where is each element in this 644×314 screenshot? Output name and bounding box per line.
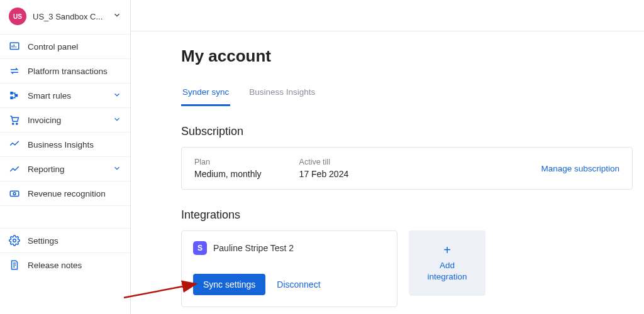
- sidebar: US US_3 Sandbox C... Control panel Platf…: [0, 0, 131, 314]
- sidebar-item-control-panel[interactable]: Control panel: [0, 34, 130, 58]
- tab-business-insights[interactable]: Business Insights: [248, 84, 316, 106]
- sidebar-item-label: Release notes: [28, 261, 121, 270]
- svg-point-4: [13, 123, 14, 124]
- page-title: My account: [181, 46, 633, 66]
- sidebar-item-label: Invoicing: [28, 116, 105, 125]
- main-area: My account Synder sync Business Insights…: [131, 0, 644, 314]
- svg-rect-1: [10, 92, 13, 95]
- subscription-card: Plan Medium, monthly Active till 17 Feb …: [181, 147, 633, 190]
- disconnect-link[interactable]: Disconnect: [277, 279, 320, 290]
- cart-icon: [9, 114, 20, 126]
- integrations-row: S Pauline Stripe Test 2 Sync settings Di…: [181, 230, 633, 307]
- section-title-subscription: Subscription: [181, 125, 633, 138]
- chevron-down-icon: [113, 164, 121, 175]
- svg-point-8: [13, 239, 16, 242]
- add-integration-button[interactable]: + Add integration: [409, 230, 486, 296]
- plan-value: Medium, monthly: [194, 169, 262, 179]
- sidebar-item-label: Revenue recognition: [28, 189, 121, 198]
- dashboard-icon: [9, 41, 20, 52]
- gear-icon: [9, 235, 20, 246]
- add-integration-label-1: Add: [440, 260, 455, 271]
- svg-rect-6: [10, 191, 19, 196]
- sidebar-item-label: Reporting: [28, 165, 105, 174]
- sidebar-item-label: Platform transactions: [28, 67, 121, 76]
- sidebar-item-business-insights[interactable]: Business Insights: [0, 132, 130, 156]
- integration-header: S Pauline Stripe Test 2: [193, 241, 386, 255]
- chevron-down-icon: [113, 11, 121, 22]
- money-icon: [9, 188, 20, 199]
- chart-line-icon: [9, 163, 20, 175]
- header-strip: [131, 0, 644, 31]
- sidebar-item-reporting[interactable]: Reporting: [0, 156, 130, 181]
- notes-icon: [9, 259, 20, 271]
- insights-icon: [9, 139, 20, 150]
- active-till-value: 17 Feb 2024: [299, 169, 349, 179]
- manage-subscription-link[interactable]: Manage subscription: [541, 164, 619, 173]
- transfer-icon: [9, 65, 20, 77]
- sidebar-item-label: Smart rules: [28, 91, 105, 100]
- chevron-down-icon: [113, 90, 121, 101]
- active-till-label: Active till: [299, 158, 349, 166]
- stripe-icon: S: [193, 241, 207, 255]
- org-name: US_3 Sandbox C...: [33, 12, 106, 21]
- sidebar-item-settings[interactable]: Settings: [0, 228, 130, 252]
- chevron-down-icon: [113, 115, 121, 126]
- rules-icon: [9, 90, 20, 101]
- sidebar-item-release-notes[interactable]: Release notes: [0, 252, 130, 277]
- tab-synder-sync[interactable]: Synder sync: [181, 84, 230, 106]
- add-integration-label-2: integration: [427, 271, 467, 283]
- section-title-integrations: Integrations: [181, 208, 633, 222]
- sidebar-item-label: Business Insights: [28, 140, 121, 149]
- plan-field: Plan Medium, monthly: [194, 158, 262, 179]
- active-till-field: Active till 17 Feb 2024: [299, 158, 349, 179]
- sidebar-item-invoicing[interactable]: Invoicing: [0, 107, 130, 132]
- sidebar-item-revenue-recognition[interactable]: Revenue recognition: [0, 181, 130, 205]
- sidebar-spacer: [0, 205, 130, 228]
- tabs: Synder sync Business Insights: [181, 84, 633, 106]
- sync-settings-button[interactable]: Sync settings: [193, 274, 265, 295]
- sidebar-item-platform-transactions[interactable]: Platform transactions: [0, 58, 130, 83]
- sidebar-item-smart-rules[interactable]: Smart rules: [0, 83, 130, 107]
- svg-point-5: [16, 123, 18, 124]
- integration-actions: Sync settings Disconnect: [193, 274, 386, 295]
- integration-card: S Pauline Stripe Test 2 Sync settings Di…: [181, 230, 397, 307]
- plan-label: Plan: [194, 158, 262, 166]
- sidebar-item-label: Control panel: [28, 42, 121, 51]
- org-switcher[interactable]: US US_3 Sandbox C...: [0, 0, 130, 34]
- svg-point-7: [13, 193, 16, 195]
- org-avatar: US: [9, 8, 26, 25]
- plus-icon: +: [443, 244, 451, 256]
- svg-rect-2: [10, 97, 13, 100]
- integration-name: Pauline Stripe Test 2: [213, 243, 294, 253]
- sidebar-item-label: Settings: [28, 236, 121, 246]
